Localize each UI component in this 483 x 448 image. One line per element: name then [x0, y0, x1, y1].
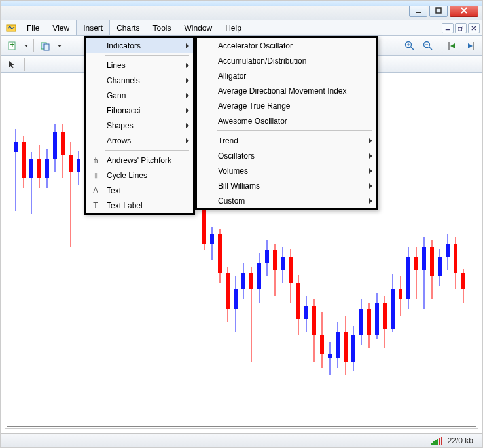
svg-rect-7 [458, 27, 462, 31]
svg-marker-26 [468, 43, 473, 48]
menu-item-label: Accumulation/Distribution [218, 56, 306, 65]
menu-item-trend[interactable]: Trend [197, 133, 376, 148]
menu-separator [105, 150, 189, 151]
text-label-icon: T [90, 201, 101, 210]
menu-charts[interactable]: Charts [110, 20, 146, 35]
svg-line-21 [429, 47, 433, 50]
menu-item-gann[interactable]: Gann [86, 88, 193, 103]
toolbar-separator [24, 58, 25, 71]
menu-window-label: Window [185, 24, 213, 33]
menu-separator [105, 55, 189, 56]
menu-item-text[interactable]: AText [86, 183, 193, 198]
zoom-in-button[interactable] [402, 39, 418, 53]
profiles-dropdown[interactable] [56, 45, 63, 47]
insert-menu-panel: Indicators Lines Channels Gann Fibonacci… [84, 36, 195, 215]
menu-item-label: Average Directional Movement Index [218, 86, 347, 96]
minimize-button[interactable] [409, 4, 427, 17]
menu-item-label: Gann [107, 91, 126, 100]
menu-item-label: Alligator [218, 71, 246, 81]
menu-item-fibonacci[interactable]: Fibonacci [86, 103, 193, 118]
svg-marker-12 [24, 45, 28, 47]
autoscroll-button[interactable] [444, 39, 460, 53]
mdi-close-button[interactable] [468, 23, 480, 33]
zoom-out-button[interactable] [420, 39, 436, 53]
menu-item-label: Arrows [107, 136, 131, 145]
menu-item-indicators[interactable]: Indicators [86, 38, 193, 53]
menu-item-arrows[interactable]: Arrows [86, 133, 193, 148]
menu-item-label: Accelerator Oscillator [218, 41, 293, 50]
menu-insert[interactable]: Insert [76, 20, 110, 35]
menu-insert-label: Insert [83, 24, 103, 33]
text-icon: A [90, 186, 101, 195]
menu-bar: File View Insert Charts Tools Window Hel… [1, 20, 482, 36]
menu-item-adx[interactable]: Average Directional Movement Index [197, 83, 376, 98]
menu-help-label: Help [225, 24, 241, 33]
connection-signal-icon [431, 437, 442, 445]
toolbar-separator [33, 39, 34, 52]
svg-marker-24 [450, 43, 455, 48]
menu-item-accumulation-distribution[interactable]: Accumulation/Distribution [197, 53, 376, 68]
cursor-button[interactable] [5, 57, 20, 71]
mdi-restore-button[interactable] [455, 23, 467, 33]
menu-item-label: Lines [107, 61, 126, 70]
menu-item-label: Channels [107, 76, 140, 85]
pitchfork-icon: ⋔ [90, 156, 101, 165]
menu-file[interactable]: File [20, 20, 46, 35]
svg-line-17 [411, 47, 414, 50]
menu-item-channels[interactable]: Channels [86, 73, 193, 88]
menu-item-label: Indicators [107, 41, 141, 50]
toolbar-separator [67, 39, 67, 52]
svg-marker-15 [58, 45, 62, 47]
close-button[interactable] [450, 4, 478, 17]
cycle-lines-icon: ⦀ [90, 171, 101, 180]
menu-item-volumes[interactable]: Volumes [197, 163, 376, 178]
menu-item-label: Trend [218, 136, 238, 145]
menu-item-custom[interactable]: Custom [197, 193, 376, 208]
chart-shift-button[interactable] [463, 39, 478, 53]
chevron-right-icon [369, 153, 372, 159]
menu-tools[interactable]: Tools [147, 20, 178, 35]
menu-item-bill-williams[interactable]: Bill Williams [197, 178, 376, 193]
menu-item-oscillators[interactable]: Oscillators [197, 148, 376, 163]
chevron-right-icon [186, 78, 189, 83]
menu-item-text-label[interactable]: TText Label [86, 198, 193, 213]
svg-rect-14 [44, 44, 49, 50]
app-icon [5, 20, 18, 35]
menu-item-accelerator-oscillator[interactable]: Accelerator Oscillator [197, 38, 376, 53]
svg-rect-1 [436, 8, 441, 13]
chevron-right-icon [369, 168, 372, 174]
menu-item-label: Cycle Lines [107, 171, 147, 180]
status-bar: 22/0 kb [1, 433, 482, 447]
chevron-right-icon [369, 183, 372, 189]
toolbar-separator [440, 39, 440, 52]
menu-item-label: Awesome Oscillator [218, 117, 287, 126]
new-chart-dropdown[interactable] [23, 45, 29, 47]
menu-item-cycle-lines[interactable]: ⦀Cycle Lines [86, 168, 193, 183]
menu-help[interactable]: Help [219, 20, 248, 35]
application-window: File View Insert Charts Tools Window Hel… [0, 0, 483, 448]
new-chart-button[interactable]: + [5, 39, 20, 53]
menu-view[interactable]: View [46, 20, 76, 35]
profiles-button[interactable] [38, 39, 54, 53]
menu-item-alligator[interactable]: Alligator [197, 68, 376, 83]
menu-item-awesome-oscillator[interactable]: Awesome Oscillator [197, 113, 376, 128]
menu-window[interactable]: Window [178, 20, 219, 35]
menu-item-label: Custom [218, 196, 245, 206]
menu-item-label: Andrews' Pitchfork [107, 156, 171, 165]
maximize-button[interactable] [429, 4, 448, 17]
menu-item-label: Shapes [107, 121, 134, 130]
menu-item-andrews-pitchfork[interactable]: ⋔Andrews' Pitchfork [86, 153, 193, 168]
chevron-right-icon [186, 123, 189, 128]
chevron-right-icon [369, 138, 372, 143]
menu-item-lines[interactable]: Lines [86, 58, 193, 73]
menu-tools-label: Tools [153, 24, 171, 33]
menu-view-label: View [52, 24, 69, 33]
menu-item-label: Fibonacci [107, 106, 140, 115]
chevron-right-icon [186, 108, 189, 113]
menu-item-label: Bill Williams [218, 181, 260, 191]
menu-item-shapes[interactable]: Shapes [86, 118, 193, 133]
menu-item-atr[interactable]: Average True Range [197, 98, 376, 113]
chevron-right-icon [186, 138, 189, 143]
menu-file-label: File [27, 24, 39, 33]
mdi-minimize-button[interactable] [442, 23, 454, 33]
